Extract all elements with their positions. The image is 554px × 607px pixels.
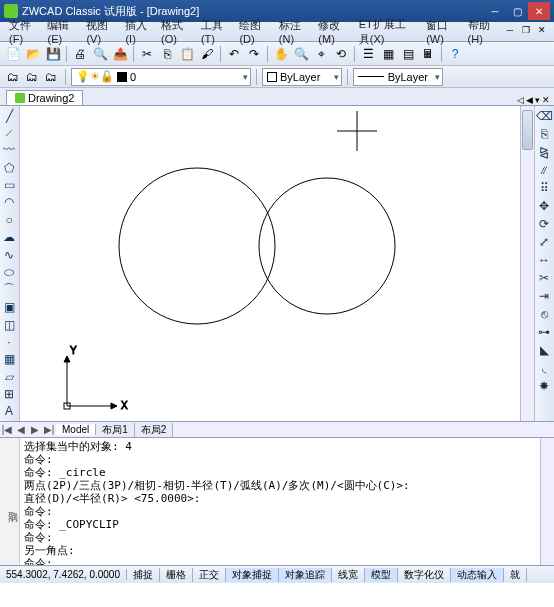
coordinate-readout[interactable]: 554.3002, 7.4262, 0.0000 bbox=[0, 569, 127, 580]
menu-format[interactable]: 格式(O) bbox=[156, 18, 196, 45]
spline-icon[interactable]: ∿ bbox=[1, 247, 17, 262]
extend-icon[interactable]: ⇥ bbox=[536, 288, 552, 304]
array-icon[interactable]: ⠿ bbox=[536, 180, 552, 196]
model-toggle[interactable]: 模型 bbox=[365, 568, 398, 582]
document-tab[interactable]: Drawing2 bbox=[6, 90, 83, 105]
trim-icon[interactable]: ✂ bbox=[536, 270, 552, 286]
color-combo[interactable]: ByLayer bbox=[262, 68, 342, 86]
region-icon[interactable]: ▱ bbox=[1, 369, 17, 384]
polygon-icon[interactable]: ⬠ bbox=[1, 160, 17, 175]
menu-file[interactable]: 文件(F) bbox=[4, 18, 42, 45]
menu-et[interactable]: ET扩展工具(X) bbox=[354, 17, 421, 47]
tab-scroll-first-icon[interactable]: ◀ bbox=[526, 95, 533, 105]
command-history[interactable]: 选择集当中的对象: 4 命令: 命令: _circle 两点(2P)/三点(3P… bbox=[20, 438, 540, 565]
ortho-toggle[interactable]: 正交 bbox=[193, 568, 226, 582]
model-tab[interactable]: Model bbox=[56, 424, 96, 435]
ellipse-icon[interactable]: ⬭ bbox=[1, 264, 17, 279]
lwt-toggle[interactable]: 线宽 bbox=[332, 568, 365, 582]
make-block-icon[interactable]: ◫ bbox=[1, 317, 17, 332]
menu-tools[interactable]: 工具(T) bbox=[196, 18, 234, 45]
tab-last-icon[interactable]: ▶| bbox=[42, 424, 56, 435]
vertical-scrollbar[interactable] bbox=[520, 106, 534, 421]
ql-b-icon[interactable]: 🗂 bbox=[23, 68, 41, 86]
cmd-scrollbar[interactable] bbox=[540, 438, 554, 565]
polyline-icon[interactable]: 〰 bbox=[1, 143, 17, 158]
scrollbar-thumb[interactable] bbox=[522, 110, 533, 150]
revcloud-icon[interactable]: ☁ bbox=[1, 230, 17, 245]
cmd-side-label[interactable]: 取消 bbox=[0, 438, 20, 565]
layout2-tab[interactable]: 布局2 bbox=[135, 423, 174, 437]
menu-window[interactable]: 窗口(W) bbox=[421, 18, 462, 45]
calc-icon[interactable]: 🖩 bbox=[419, 45, 437, 63]
menu-view[interactable]: 视图(V) bbox=[81, 18, 120, 45]
digitizer-toggle[interactable]: 数字化仪 bbox=[398, 568, 451, 582]
zoom-window-icon[interactable]: ⌖ bbox=[312, 45, 330, 63]
maximize-button[interactable]: ▢ bbox=[506, 2, 528, 20]
rectangle-icon[interactable]: ▭ bbox=[1, 177, 17, 192]
publish-icon[interactable]: 📤 bbox=[111, 45, 129, 63]
undo-icon[interactable]: ↶ bbox=[225, 45, 243, 63]
paste-icon[interactable]: 📋 bbox=[178, 45, 196, 63]
horizontal-scrollbar[interactable] bbox=[173, 423, 554, 437]
linetype-combo[interactable]: ByLayer bbox=[353, 68, 443, 86]
menu-insert[interactable]: 插入(I) bbox=[120, 18, 156, 45]
menu-draw[interactable]: 绘图(D) bbox=[234, 18, 273, 45]
match-icon[interactable]: 🖌 bbox=[198, 45, 216, 63]
copy-obj-icon[interactable]: ⎘ bbox=[536, 126, 552, 142]
xline-icon[interactable]: ⟋ bbox=[1, 125, 17, 140]
snap-toggle[interactable]: 捕捉 bbox=[127, 568, 160, 582]
zoom-prev-icon[interactable]: ⟲ bbox=[332, 45, 350, 63]
mdi-min-button[interactable]: ─ bbox=[502, 25, 518, 39]
menu-dim[interactable]: 标注(N) bbox=[274, 18, 313, 45]
arc-icon[interactable]: ◠ bbox=[1, 195, 17, 210]
ellipse-arc-icon[interactable]: ⌒ bbox=[1, 282, 17, 298]
table-icon[interactable]: ⊞ bbox=[1, 386, 17, 401]
rotate-icon[interactable]: ⟳ bbox=[536, 216, 552, 232]
erase-icon[interactable]: ⌫ bbox=[536, 108, 552, 124]
tab-first-icon[interactable]: |◀ bbox=[0, 424, 14, 435]
layout1-tab[interactable]: 布局1 bbox=[96, 423, 135, 437]
chamfer-icon[interactable]: ◣ bbox=[536, 342, 552, 358]
stretch-icon[interactable]: ↔ bbox=[536, 252, 552, 268]
plot-icon[interactable]: 🖨 bbox=[71, 45, 89, 63]
mirror-icon[interactable]: ⧎ bbox=[536, 144, 552, 160]
tab-prev-icon[interactable]: ◀ bbox=[14, 424, 28, 435]
save-icon[interactable]: 💾 bbox=[44, 45, 62, 63]
dyn-toggle[interactable]: 动态输入 bbox=[451, 568, 504, 582]
point-icon[interactable]: · bbox=[1, 334, 17, 349]
tab-next-icon[interactable]: ▶ bbox=[28, 424, 42, 435]
tab-scroll-left-icon[interactable]: ◁ bbox=[517, 95, 524, 105]
menu-edit[interactable]: 编辑(E) bbox=[42, 18, 81, 45]
cut-icon[interactable]: ✂ bbox=[138, 45, 156, 63]
zoom-realtime-icon[interactable]: 🔍 bbox=[292, 45, 310, 63]
menu-help[interactable]: 帮助(H) bbox=[463, 18, 502, 45]
mdi-close-button[interactable]: ✕ bbox=[534, 25, 550, 39]
redo-icon[interactable]: ↷ bbox=[245, 45, 263, 63]
new-icon[interactable]: 📄 bbox=[4, 45, 22, 63]
pan-icon[interactable]: ✋ bbox=[272, 45, 290, 63]
mtext-icon[interactable]: A bbox=[1, 404, 17, 419]
help-icon[interactable]: ? bbox=[446, 45, 464, 63]
design-center-icon[interactable]: ▦ bbox=[379, 45, 397, 63]
join-icon[interactable]: ⊶ bbox=[536, 324, 552, 340]
ql-c-icon[interactable]: 🗂 bbox=[42, 68, 60, 86]
insert-block-icon[interactable]: ▣ bbox=[1, 300, 17, 315]
tool-palette-icon[interactable]: ▤ bbox=[399, 45, 417, 63]
offset-icon[interactable]: ⫽ bbox=[536, 162, 552, 178]
properties-icon[interactable]: ☰ bbox=[359, 45, 377, 63]
close-button[interactable]: ✕ bbox=[528, 2, 550, 20]
drawing-canvas[interactable]: XY bbox=[20, 106, 534, 421]
scale-icon[interactable]: ⤢ bbox=[536, 234, 552, 250]
ql-a-icon[interactable]: 🗂 bbox=[4, 68, 22, 86]
break-icon[interactable]: ⎋ bbox=[536, 306, 552, 322]
status-extra[interactable]: 就 bbox=[504, 568, 527, 582]
tab-dropdown-icon[interactable]: ▾ bbox=[535, 95, 540, 105]
explode-icon[interactable]: ✸ bbox=[536, 378, 552, 394]
hatch-icon[interactable]: ▦ bbox=[1, 352, 17, 367]
open-icon[interactable]: 📂 bbox=[24, 45, 42, 63]
grid-toggle[interactable]: 栅格 bbox=[160, 568, 193, 582]
otrack-toggle[interactable]: 对象追踪 bbox=[279, 568, 332, 582]
move-icon[interactable]: ✥ bbox=[536, 198, 552, 214]
circle-icon[interactable]: ○ bbox=[1, 212, 17, 227]
copy-icon[interactable]: ⎘ bbox=[158, 45, 176, 63]
